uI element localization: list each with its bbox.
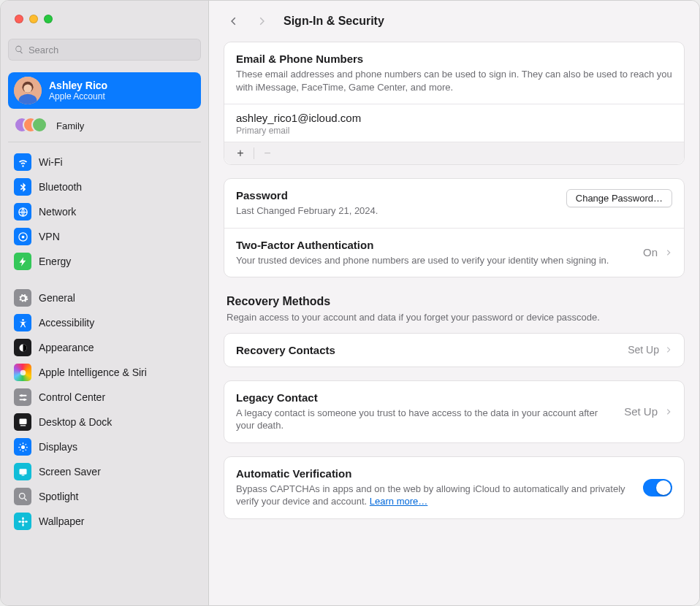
sidebar-item-label: Apple Intelligence & Siri	[39, 367, 147, 378]
svg-point-23	[18, 521, 21, 523]
account-subtitle: Apple Account	[49, 91, 107, 101]
autoverify-toggle[interactable]	[643, 479, 672, 496]
dock-icon	[14, 413, 31, 431]
siri-icon	[14, 364, 31, 381]
add-button[interactable]: +	[232, 145, 249, 161]
sidebar-item-bluetooth[interactable]: Bluetooth	[8, 174, 201, 199]
add-remove-bar: + −	[224, 142, 684, 164]
sidebar-item-label: Desktop & Dock	[39, 416, 112, 428]
svg-point-20	[21, 520, 24, 523]
sidebar-item-vpn[interactable]: VPN	[8, 224, 201, 249]
bolt-icon	[14, 253, 31, 270]
sidebar-item-wifi[interactable]: Wi-Fi	[8, 150, 201, 174]
sliders-icon	[14, 388, 31, 406]
recovery-title: Recovery Methods	[227, 295, 682, 308]
bluetooth-icon	[14, 178, 31, 196]
sidebar-item-displays[interactable]: Displays	[8, 434, 201, 459]
accessibility-icon	[14, 314, 31, 331]
sidebar-item-label: Wi-Fi	[39, 156, 63, 168]
sidebar-item-label: VPN	[39, 231, 60, 242]
recovery-header: Recovery Methods Regain access to your a…	[224, 295, 685, 324]
svg-point-7	[22, 318, 24, 321]
email-phone-card: Email & Phone Numbers These email addres…	[224, 42, 685, 165]
sidebar-item-accessibility[interactable]: Accessibility	[8, 310, 201, 335]
minimize-window-button[interactable]	[29, 15, 38, 23]
sidebar-item-label: Accessibility	[39, 317, 94, 329]
legacy-contact-card[interactable]: Legacy Contact A legacy contact is someo…	[224, 380, 685, 443]
recovery-contacts-card[interactable]: Recovery Contacts Set Up	[224, 333, 685, 367]
recovery-contacts-action: Set Up	[628, 344, 659, 356]
svg-point-24	[25, 521, 28, 523]
sidebar-item-label: Wallpaper	[39, 515, 85, 527]
svg-point-6	[21, 235, 24, 238]
sidebar-item-wallpaper[interactable]: Wallpaper	[8, 509, 201, 534]
auto-verification-card: Automatic Verification Bypass CAPTCHAs i…	[224, 456, 685, 519]
sidebar-item-label: Spotlight	[39, 491, 78, 502]
email-section-title: Email & Phone Numbers	[236, 53, 672, 65]
svg-rect-11	[19, 399, 26, 400]
email-section-desc: These email addresses and phone numbers …	[236, 68, 672, 93]
window-controls	[15, 15, 53, 23]
sidebar-item-label: Network	[39, 206, 76, 218]
svg-rect-18	[21, 475, 24, 475]
learn-more-link[interactable]: Learn more…	[370, 496, 427, 507]
sidebar-item-appearance[interactable]: Appearance	[8, 335, 201, 360]
password-title: Password	[236, 189, 556, 202]
svg-point-22	[22, 523, 24, 526]
email-row[interactable]: ashley_rico1@icloud.com Primary email	[224, 104, 684, 142]
sidebar: Ashley Rico Apple Account Family Wi-Fi B…	[1, 1, 209, 605]
close-window-button[interactable]	[15, 15, 23, 23]
email-address: ashley_rico1@icloud.com	[236, 112, 672, 124]
recovery-contacts-label: Recovery Contacts	[236, 344, 335, 356]
remove-button[interactable]: −	[259, 145, 276, 161]
sidebar-item-label: Bluetooth	[39, 181, 82, 193]
chevron-right-icon	[665, 249, 672, 256]
sidebar-item-control-center[interactable]: Control Center	[8, 385, 201, 410]
sidebar-item-label: Appearance	[39, 342, 94, 353]
svg-point-9	[20, 369, 26, 375]
sidebar-item-desktop-dock[interactable]: Desktop & Dock	[8, 410, 201, 434]
svg-rect-15	[20, 425, 26, 426]
change-password-button[interactable]: Change Password…	[566, 189, 672, 207]
twofa-row[interactable]: Two-Factor Authentication Your trusted d…	[224, 229, 684, 277]
screensaver-icon	[14, 463, 31, 480]
back-button[interactable]	[224, 11, 244, 31]
twofa-desc: Your trusted devices and phone numbers a…	[236, 254, 633, 267]
sidebar-item-family[interactable]: Family	[8, 113, 201, 142]
sun-icon	[14, 438, 31, 456]
sidebar-item-screen-saver[interactable]: Screen Saver	[8, 459, 201, 484]
sidebar-item-network[interactable]: Network	[8, 199, 201, 224]
search-input[interactable]	[28, 45, 194, 55]
sidebar-item-label: Family	[56, 120, 84, 131]
sidebar-item-energy[interactable]: Energy	[8, 249, 201, 274]
family-avatars	[14, 117, 49, 134]
sidebar-item-spotlight[interactable]: Spotlight	[8, 484, 201, 509]
avatar	[14, 77, 42, 104]
legacy-title: Legacy Contact	[236, 391, 614, 404]
globe-icon	[14, 203, 31, 220]
sidebar-item-label: Control Center	[39, 391, 105, 403]
sidebar-item-apple-account[interactable]: Ashley Rico Apple Account	[8, 72, 201, 109]
fullscreen-window-button[interactable]	[44, 15, 53, 23]
forward-button[interactable]	[251, 11, 272, 31]
sidebar-item-apple-intelligence-siri[interactable]: Apple Intelligence & Siri	[8, 360, 201, 385]
sidebar-item-general[interactable]: General	[8, 285, 201, 310]
recovery-desc: Regain access to your account and data i…	[227, 311, 682, 324]
sidebar-item-label: Energy	[39, 256, 71, 267]
password-card: Password Last Changed February 21, 2024.…	[224, 178, 685, 277]
search-field[interactable]	[8, 39, 201, 61]
search-icon	[15, 45, 24, 55]
search-icon	[14, 488, 31, 505]
flower-icon	[14, 513, 31, 530]
account-text: Ashley Rico Apple Account	[49, 80, 107, 101]
legacy-desc: A legacy contact is someone you trust to…	[236, 407, 614, 432]
chevron-right-icon	[665, 408, 672, 415]
legacy-action: Set Up	[624, 405, 658, 418]
password-sub: Last Changed February 21, 2024.	[236, 204, 556, 218]
chevron-right-icon	[665, 346, 672, 353]
svg-rect-17	[19, 469, 26, 475]
email-tag: Primary email	[236, 126, 672, 136]
page-title: Sign-In & Security	[284, 15, 384, 28]
svg-point-16	[21, 445, 25, 449]
svg-point-12	[20, 394, 23, 396]
